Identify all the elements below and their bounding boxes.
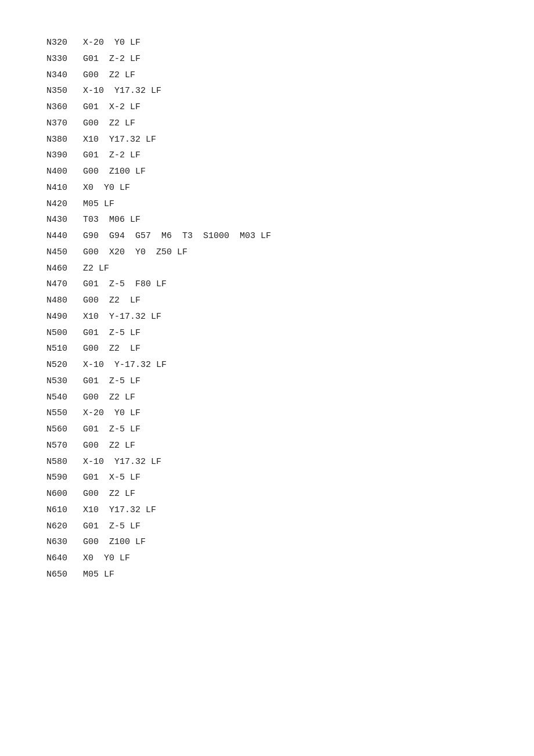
line-content: X-20 Y0 LF (83, 405, 140, 422)
line-number: N560 (46, 422, 83, 438)
line-number: N540 (46, 390, 83, 406)
line-content: G00 Z100 LF (83, 164, 146, 180)
list-item: N480 G00 Z2 LF (46, 293, 488, 309)
list-item: N590 G01 X-5 LF (46, 470, 488, 486)
line-content: G90 G94 G57 M6 T3 S1000 M03 LF (83, 228, 271, 244)
list-item: N360 G01 X-2 LF (46, 99, 488, 116)
line-number: N330 (46, 51, 83, 67)
line-number: N530 (46, 373, 83, 390)
line-content: G01 Z-5 F80 LF (83, 276, 167, 293)
line-content: G01 Z-5 LF (83, 373, 140, 390)
line-content: X-10 Y-17.32 LF (83, 357, 167, 373)
line-content: X0 Y0 LF (83, 550, 130, 567)
line-number: N510 (46, 341, 83, 357)
list-item: N330 G01 Z-2 LF (46, 51, 488, 67)
line-content: X10 Y-17.32 LF (83, 309, 161, 325)
line-number: N400 (46, 164, 83, 180)
line-content: G00 Z2 LF (83, 341, 140, 357)
list-item: N510 G00 Z2 LF (46, 341, 488, 357)
line-number: N360 (46, 99, 83, 116)
line-number: N490 (46, 309, 83, 325)
line-content: G00 Z2 LF (83, 486, 135, 502)
list-item: N520 X-10 Y-17.32 LF (46, 357, 488, 373)
line-number: N580 (46, 454, 83, 470)
list-item: N320 X-20 Y0 LF (46, 35, 488, 51)
list-item: N450 G00 X20 Y0 Z50 LF (46, 244, 488, 261)
list-item: N580 X-10 Y17.32 LF (46, 454, 488, 470)
line-content: G00 Z2 LF (83, 67, 135, 84)
line-number: N570 (46, 438, 83, 454)
list-item: N540 G00 Z2 LF (46, 390, 488, 406)
list-item: N610 X10 Y17.32 LF (46, 502, 488, 519)
list-item: N600 G00 Z2 LF (46, 486, 488, 502)
line-content: X10 Y17.32 LF (83, 132, 156, 148)
line-number: N420 (46, 196, 83, 213)
line-content: G00 Z2 LF (83, 293, 140, 309)
line-content: Z2 LF (83, 261, 109, 277)
list-item: N470 G01 Z-5 F80 LF (46, 276, 488, 293)
list-item: N550 X-20 Y0 LF (46, 405, 488, 422)
list-item: N530 G01 Z-5 LF (46, 373, 488, 390)
line-number: N380 (46, 132, 83, 148)
list-item: N420 M05 LF (46, 196, 488, 213)
list-item: N380 X10 Y17.32 LF (46, 132, 488, 148)
line-number: N410 (46, 180, 83, 196)
line-content: G00 Z100 LF (83, 534, 146, 550)
list-item: N620 G01 Z-5 LF (46, 519, 488, 535)
line-number: N450 (46, 244, 83, 261)
list-item: N430 T03 M06 LF (46, 212, 488, 228)
list-item: N630 G00 Z100 LF (46, 534, 488, 550)
line-content: G00 Z2 LF (83, 116, 135, 132)
line-number: N320 (46, 35, 83, 51)
line-number: N500 (46, 325, 83, 341)
list-item: N460 Z2 LF (46, 261, 488, 277)
line-number: N440 (46, 228, 83, 244)
line-number: N640 (46, 550, 83, 567)
list-item: N650 M05 LF (46, 567, 488, 583)
list-item: N370 G00 Z2 LF (46, 116, 488, 132)
line-number: N350 (46, 83, 83, 99)
line-content: G01 Z-5 LF (83, 325, 140, 341)
line-content: X10 Y17.32 LF (83, 502, 156, 519)
line-content: G01 Z-2 LF (83, 51, 140, 67)
line-number: N470 (46, 276, 83, 293)
line-number: N460 (46, 261, 83, 277)
list-item: N350 X-10 Y17.32 LF (46, 83, 488, 99)
list-item: N440 G90 G94 G57 M6 T3 S1000 M03 LF (46, 228, 488, 244)
line-number: N620 (46, 519, 83, 535)
line-number: N650 (46, 567, 83, 583)
line-number: N610 (46, 502, 83, 519)
line-number: N520 (46, 357, 83, 373)
line-number: N480 (46, 293, 83, 309)
list-item: N340 G00 Z2 LF (46, 67, 488, 84)
line-content: G01 Z-5 LF (83, 519, 140, 535)
code-block: N320 X-20 Y0 LFN330 G01 Z-2 LFN340 G00 Z… (46, 35, 488, 583)
line-content: G00 Z2 LF (83, 438, 135, 454)
line-content: T03 M06 LF (83, 212, 140, 228)
line-content: G01 Z-2 LF (83, 147, 140, 164)
line-number: N600 (46, 486, 83, 502)
line-content: M05 LF (83, 196, 114, 213)
list-item: N640 X0 Y0 LF (46, 550, 488, 567)
line-content: G00 Z2 LF (83, 390, 135, 406)
line-number: N590 (46, 470, 83, 486)
line-number: N370 (46, 116, 83, 132)
line-number: N550 (46, 405, 83, 422)
line-number: N340 (46, 67, 83, 84)
line-content: G01 X-2 LF (83, 99, 140, 116)
line-content: G01 X-5 LF (83, 470, 140, 486)
line-content: X0 Y0 LF (83, 180, 130, 196)
list-item: N500 G01 Z-5 LF (46, 325, 488, 341)
list-item: N390 G01 Z-2 LF (46, 147, 488, 164)
line-content: X-20 Y0 LF (83, 35, 140, 51)
line-content: M05 LF (83, 567, 114, 583)
list-item: N410 X0 Y0 LF (46, 180, 488, 196)
line-number: N430 (46, 212, 83, 228)
line-content: X-10 Y17.32 LF (83, 454, 161, 470)
line-content: G00 X20 Y0 Z50 LF (83, 244, 187, 261)
list-item: N400 G00 Z100 LF (46, 164, 488, 180)
line-content: G01 Z-5 LF (83, 422, 140, 438)
list-item: N490 X10 Y-17.32 LF (46, 309, 488, 325)
line-number: N390 (46, 147, 83, 164)
line-content: X-10 Y17.32 LF (83, 83, 161, 99)
